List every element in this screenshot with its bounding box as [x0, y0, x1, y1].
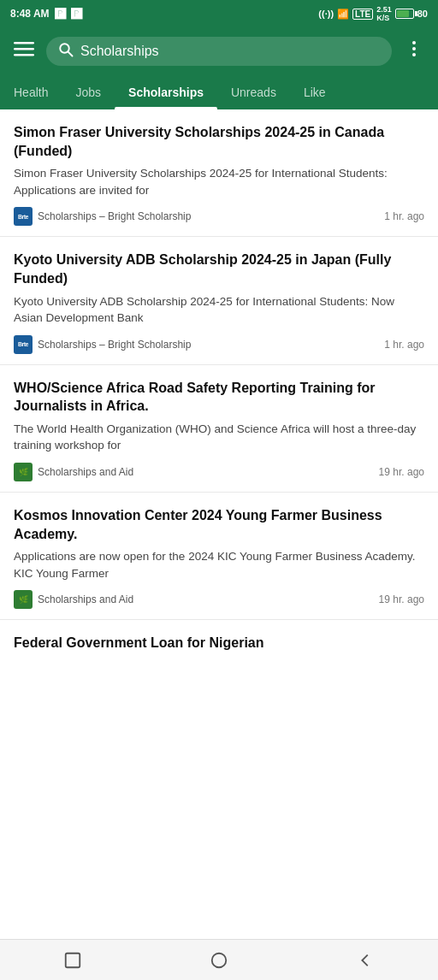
status-bar: 8:48 AM 🅿 🅿 ((·)) 📶 LTE 2.51K/S 80 — [0, 0, 438, 27]
signal-icon: 📶 — [337, 9, 349, 20]
article-time: 1 hr. ago — [384, 339, 424, 351]
hamburger-menu-button[interactable] — [10, 35, 38, 68]
svg-rect-1 — [14, 48, 34, 50]
bottom-nav — [0, 939, 438, 980]
article-item[interactable]: Simon Fraser University Scholarships 202… — [0, 109, 438, 237]
status-time: 8:48 AM — [10, 8, 50, 20]
article-meta: Brte Scholarships – Bright Scholarship 1… — [14, 207, 424, 226]
article-item[interactable]: Kosmos Innovation Center 2024 Young Farm… — [0, 493, 438, 620]
article-time: 19 hr. ago — [379, 466, 424, 478]
svg-point-6 — [412, 47, 416, 50]
search-query-text: Scholarships — [80, 44, 159, 59]
tab-scholarships[interactable]: Scholarships — [115, 75, 217, 109]
source-info: 🌿 Scholarships and Aid — [14, 590, 133, 609]
article-time: 1 hr. ago — [384, 210, 424, 222]
pocket-icon: 🅿 — [55, 8, 66, 21]
source-name: Scholarships and Aid — [38, 466, 133, 478]
article-title: WHO/Science Africa Road Safety Reporting… — [14, 379, 424, 416]
article-meta: 🌿 Scholarships and Aid 19 hr. ago — [14, 463, 424, 481]
svg-rect-2 — [14, 54, 34, 56]
source-logo: 🌿 — [14, 590, 33, 609]
article-item-partial[interactable]: Federal Government Loan for Nigerian — [0, 620, 438, 652]
article-time: 19 hr. ago — [379, 593, 424, 605]
svg-rect-8 — [66, 953, 80, 967]
article-title: Federal Government Loan for Nigerian — [14, 634, 424, 652]
source-name: Scholarships – Bright Scholarship — [38, 210, 191, 222]
article-item[interactable]: Kyoto University ADB Scholarship 2024-25… — [0, 237, 438, 364]
tab-jobs[interactable]: Jobs — [62, 75, 115, 109]
article-excerpt: The World Health Organization (WHO) and … — [14, 421, 424, 454]
nav-home-button[interactable] — [198, 947, 240, 974]
more-options-button[interactable] — [400, 35, 428, 68]
article-excerpt: Applications are now open for the 2024 K… — [14, 548, 424, 582]
article-excerpt: Simon Fraser University Scholarships 202… — [14, 165, 424, 198]
tabs-bar: Health Jobs Scholarships Unreads Like — [0, 75, 438, 109]
article-meta: 🌿 Scholarships and Aid 19 hr. ago — [14, 590, 424, 609]
battery-indicator — [395, 9, 414, 19]
source-name: Scholarships and Aid — [38, 593, 133, 605]
search-bar[interactable]: Scholarships — [46, 37, 392, 66]
source-logo: 🌿 — [14, 463, 33, 481]
wifi-icon: ((·)) — [318, 9, 334, 19]
battery-percent: 80 — [417, 9, 428, 19]
source-name: Scholarships – Bright Scholarship — [38, 339, 191, 351]
article-feed: Simon Fraser University Scholarships 202… — [0, 109, 438, 700]
svg-line-4 — [68, 52, 73, 56]
source-info: Brte Scholarships – Bright Scholarship — [14, 207, 191, 226]
source-logo: Brte — [14, 335, 33, 354]
nav-square-button[interactable] — [51, 947, 94, 974]
nav-back-button[interactable] — [344, 947, 387, 974]
app-icon-2: 🅿 — [71, 8, 82, 21]
article-excerpt: Kyoto University ADB Scholarship 2024-25… — [14, 293, 424, 327]
article-meta: Brte Scholarships – Bright Scholarship 1… — [14, 335, 424, 354]
svg-rect-0 — [14, 42, 34, 44]
source-info: 🌿 Scholarships and Aid — [14, 463, 133, 481]
app-bar: Scholarships — [0, 27, 438, 75]
tab-like[interactable]: Like — [290, 75, 340, 109]
tab-health[interactable]: Health — [0, 75, 62, 109]
svg-point-7 — [412, 53, 416, 56]
svg-point-9 — [212, 953, 227, 967]
article-item[interactable]: WHO/Science Africa Road Safety Reporting… — [0, 365, 438, 493]
article-title: Kosmos Innovation Center 2024 Young Farm… — [14, 506, 424, 543]
speed-label: 2.51K/S — [376, 5, 392, 22]
article-title: Kyoto University ADB Scholarship 2024-25… — [14, 251, 424, 287]
search-icon — [58, 42, 74, 61]
tab-unreads[interactable]: Unreads — [217, 75, 290, 109]
article-title: Simon Fraser University Scholarships 202… — [14, 123, 424, 160]
source-info: Brte Scholarships – Bright Scholarship — [14, 335, 191, 354]
source-logo: Brte — [14, 207, 33, 226]
svg-point-5 — [412, 41, 416, 44]
lte-label: LTE — [352, 9, 373, 20]
